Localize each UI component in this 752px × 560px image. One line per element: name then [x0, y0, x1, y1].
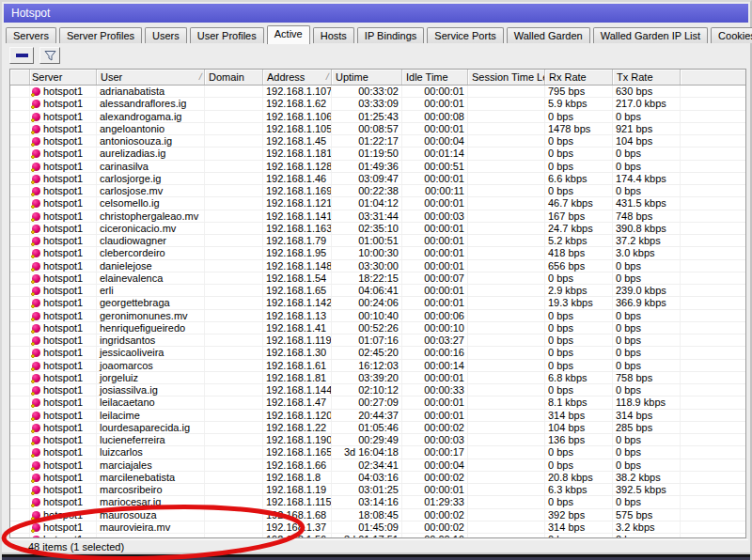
table-row[interactable]: hotspot1henriquefigueiredo192.168.1.4100… [10, 322, 745, 334]
cell-9: 0 bps [613, 384, 681, 396]
cell-server: hotspot1 [30, 322, 97, 334]
tab-walled-garden[interactable]: Walled Garden [507, 27, 590, 43]
table-row[interactable]: hotspot1aurelizadias.ig192.168.1.18101:1… [10, 148, 745, 160]
cell-9: 104 bps [613, 135, 681, 147]
cell-10 [681, 509, 745, 521]
cell-2: ciceronicacio.mv [97, 223, 205, 234]
table-row[interactable]: hotspot1carlosjose.mv192.168.1.16900:22:… [10, 185, 745, 197]
table-row[interactable]: hotspot1leilacaetano192.168.1.4700:27:09… [10, 397, 745, 409]
table-row[interactable]: hotspot1ciceronicacio.mv192.168.1.16302:… [10, 223, 745, 235]
table-row[interactable]: hotspot1mariocesar.ig192.168.1.11503:14:… [10, 496, 745, 508]
table-row[interactable]: hotspot1carinasilva192.168.1.12801:49:36… [10, 161, 745, 173]
cell-2: maurosouza [97, 509, 205, 521]
table-row[interactable]: hotspot1celsomello.ig192.168.1.12101:04:… [10, 197, 745, 210]
tab-server-profiles[interactable]: Server Profiles [59, 27, 142, 43]
table-row[interactable]: hotspot1marcosribeiro192.168.1.1903:01:2… [10, 484, 745, 496]
hotspot-user-icon [32, 398, 40, 407]
cell-9: 431.5 kbps [613, 197, 681, 209]
tab-user-profiles[interactable]: User Profiles [190, 27, 264, 43]
table-row[interactable]: hotspot1christophergaleao.mv192.168.1.14… [10, 210, 745, 223]
cell-4: 192.168.1.13 [263, 310, 332, 321]
table-row[interactable]: hotspot1josiassilva.ig192.168.1.14402:10… [10, 384, 745, 397]
table-row[interactable]: hotspot1adrianabatista192.168.1.10700:33… [10, 86, 745, 98]
cell-8: 0 bps [545, 334, 613, 346]
table-row[interactable]: hotspot1marcilenebatista192.168.1.804:03… [10, 472, 745, 484]
filter-button[interactable] [39, 47, 60, 64]
table-row[interactable]: hotspot1lucieneferreira192.168.1.19000:2… [10, 434, 745, 446]
cell-2: alessandraflores.ig [97, 98, 205, 109]
column-header-blank-10[interactable] [681, 70, 745, 85]
cell-4: 192.168.1.121 [263, 197, 332, 209]
column-header-address[interactable]: Address/ [263, 70, 332, 85]
cell-9: 630 bps [613, 86, 681, 97]
table-row[interactable]: hotspot1alexandrogama.ig192.168.1.10601:… [10, 111, 745, 123]
table-row[interactable]: hotspot1danielejose192.168.1.14803:30:00… [10, 260, 745, 272]
cell-6: 00:00:33 [402, 384, 468, 396]
column-header-server[interactable]: Server [30, 70, 97, 85]
table-row[interactable]: hotspot1luizcarlos192.168.1.1653d 16:04:… [10, 446, 745, 459]
tab-cookies[interactable]: Cookies [711, 27, 752, 43]
table-row[interactable]: hotspot1ingridsantos192.168.1.11901:07:1… [10, 334, 745, 347]
table-row[interactable]: hotspot1geronimonunes.mv192.168.1.1300:1… [10, 310, 745, 322]
table-row[interactable]: hotspot1clebercordeiro192.168.1.9510:00:… [10, 247, 745, 259]
column-header-blank-0[interactable] [10, 70, 30, 85]
cell-10 [681, 422, 745, 433]
table-row[interactable]: hotspot1erli192.168.1.6504:06:4100:00:01… [10, 285, 745, 297]
cell-10 [681, 410, 745, 421]
cell-9: 0 bps [613, 434, 681, 445]
table-row[interactable]: hotspot1lourdesaparecida.ig192.168.1.220… [10, 422, 745, 434]
table-row[interactable]: hotspot1marciajales192.168.1.6602:34:410… [10, 459, 745, 472]
tab-walled-garden-ip-list[interactable]: Walled Garden IP List [593, 27, 708, 43]
tab-service-ports[interactable]: Service Ports [427, 27, 503, 43]
tab-ip-bindings[interactable]: IP Bindings [357, 27, 424, 43]
table-row[interactable]: hotspot1carlosjorge.ig192.168.1.4603:09:… [10, 173, 745, 185]
cell-8: 0 bps [545, 111, 613, 122]
table-row[interactable]: hotspot1angeloantonio192.168.1.10500:08:… [10, 123, 745, 135]
table-row[interactable]: hotspot1antoniosouza.ig192.168.1.4501:22… [10, 135, 745, 148]
cell-0 [10, 410, 30, 421]
table-row[interactable]: hotspot1jorgeluiz192.168.1.8103:39:2000:… [10, 372, 745, 384]
cell-7 [468, 472, 545, 483]
cell-9: 392.5 kbps [613, 484, 681, 495]
hotspot-user-icon [32, 225, 40, 233]
table-row[interactable]: hotspot1alessandraflores.ig192.168.1.620… [10, 98, 745, 110]
cell-8: 5.2 kbps [545, 235, 613, 246]
column-header-rx-rate[interactable]: Rx Rate [545, 70, 613, 85]
column-header-domain[interactable]: Domain [205, 70, 263, 85]
column-header-idle-time[interactable]: Idle Time [402, 70, 468, 85]
cell-10 [681, 496, 745, 507]
column-header-session-time-left[interactable]: Session Time Left [468, 70, 545, 85]
cell-2: luizcarlos [97, 446, 205, 458]
column-header-tx-rate[interactable]: Tx Rate [613, 70, 681, 85]
table-row[interactable]: hotspot1jessicaoliveira192.168.1.3002:45… [10, 347, 745, 359]
cell-3 [205, 173, 263, 184]
tab-users[interactable]: Users [145, 27, 187, 43]
cell-server: hotspot1 [30, 434, 97, 445]
table-row[interactable]: hotspot1claudiowagner192.168.1.7901:00:5… [10, 235, 745, 247]
table-row[interactable]: hotspot1maurovieira.mv192.168.1.3701:45:… [10, 521, 745, 534]
column-header-uptime[interactable]: Uptime [332, 70, 402, 85]
cell-5: 00:29:49 [332, 434, 402, 445]
cell-2: marcilenebatista [97, 472, 205, 483]
cell-4: 192.168.1.54 [263, 272, 332, 284]
table-row[interactable]: hotspot1leilacime192.168.1.12020:44:3700… [10, 410, 745, 422]
cell-8: 19.3 kbps [545, 297, 613, 308]
table-row[interactable]: hotspot1georgettebraga192.168.1.14200:24… [10, 297, 745, 309]
table-row[interactable]: hotspot1maurosouza192.168.1.6818:08:4500… [10, 509, 745, 521]
table-row[interactable]: hotspot1elainevalenca192.168.1.5418:22:1… [10, 272, 745, 285]
tab-hosts[interactable]: Hosts [313, 27, 354, 43]
cell-9: 37.2 kbps [613, 235, 681, 246]
cell-2: marcosribeiro [97, 484, 205, 495]
table-row[interactable]: hotspot1joaomarcos192.168.1.6116:12:0300… [10, 360, 745, 372]
cell-0 [10, 446, 30, 458]
remove-button[interactable] [9, 47, 34, 64]
window-titlebar[interactable]: Hotspot [4, 4, 748, 23]
table-row[interactable]: hotspot1192.168.1.563d 01:17:5100:00:160… [10, 534, 745, 537]
cell-5: 04:03:16 [332, 472, 402, 483]
cell-3 [205, 434, 263, 445]
cell-2: carinasilva [97, 161, 205, 172]
cell-4: 192.168.1.120 [263, 410, 332, 421]
tab-active[interactable]: Active [267, 25, 310, 44]
tab-servers[interactable]: Servers [6, 27, 56, 43]
column-header-user[interactable]: User/ [97, 70, 205, 85]
